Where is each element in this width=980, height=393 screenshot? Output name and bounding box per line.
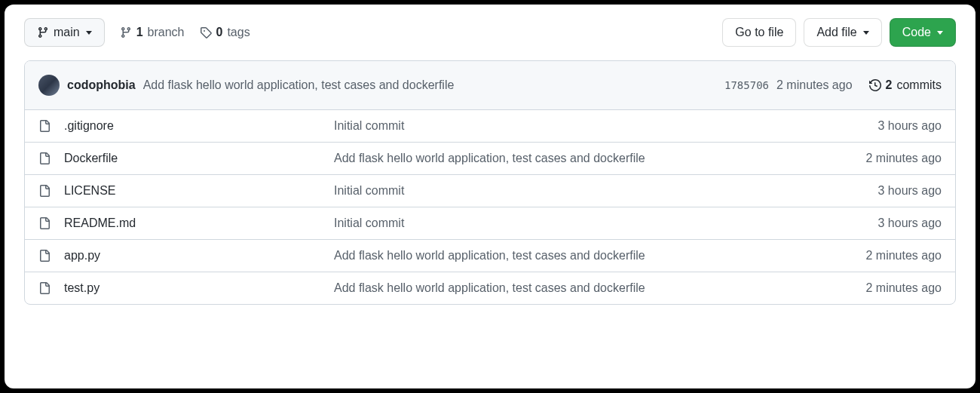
code-label: Code (902, 24, 931, 41)
commit-author-link[interactable]: codophobia (67, 78, 136, 92)
file-time: 3 hours ago (877, 216, 942, 230)
caret-down-icon (86, 31, 92, 35)
file-time: 2 minutes ago (865, 152, 942, 165)
file-row: DockerfileAdd flask hello world applicat… (25, 143, 955, 175)
caret-down-icon (937, 31, 943, 35)
file-commit-link[interactable]: Initial commit (334, 119, 864, 133)
file-icon (38, 282, 51, 294)
branch-label: branch (148, 26, 185, 39)
tag-label: tags (227, 26, 250, 39)
tag-icon (200, 26, 212, 38)
go-to-file-button[interactable]: Go to file (722, 18, 796, 47)
file-row: README.mdInitial commit3 hours ago (25, 207, 955, 240)
commit-sha-link[interactable]: 1785706 (724, 79, 769, 91)
file-commit-link[interactable]: Initial commit (334, 216, 864, 230)
repo-file-browser: main 1 branch 0 tags Go to file (5, 5, 975, 388)
git-branch-icon (37, 26, 49, 38)
tags-link[interactable]: 0 tags (200, 26, 250, 39)
file-commit-link[interactable]: Initial commit (334, 184, 864, 198)
file-name-link[interactable]: test.py (64, 281, 320, 295)
latest-commit-bar: codophobia Add flask hello world applica… (25, 61, 955, 110)
file-rows: .gitignoreInitial commit3 hours agoDocke… (25, 110, 955, 304)
add-file-label: Add file (816, 24, 856, 41)
toolbar-left: main 1 branch 0 tags (24, 18, 707, 47)
history-icon (869, 79, 881, 91)
commits-link[interactable]: 2 commits (869, 78, 942, 92)
file-time: 2 minutes ago (865, 249, 942, 263)
git-branch-icon (120, 26, 132, 38)
commit-message-link[interactable]: Add flask hello world application, test … (143, 78, 455, 92)
file-icon (38, 185, 51, 197)
file-time: 3 hours ago (877, 184, 942, 198)
file-commit-link[interactable]: Add flask hello world application, test … (334, 249, 852, 263)
avatar[interactable] (38, 75, 60, 96)
file-name-link[interactable]: app.py (64, 249, 320, 263)
file-row: .gitignoreInitial commit3 hours ago (25, 110, 955, 143)
code-button[interactable]: Code (890, 18, 956, 47)
file-name-link[interactable]: .gitignore (64, 119, 320, 133)
file-time: 3 hours ago (877, 119, 942, 133)
file-time: 2 minutes ago (865, 281, 942, 295)
commit-time: 2 minutes ago (776, 78, 853, 92)
file-name-link[interactable]: README.md (64, 216, 320, 230)
file-row: LICENSEInitial commit3 hours ago (25, 175, 955, 207)
commit-count: 2 (886, 78, 893, 92)
toolbar-right: Go to file Add file Code (722, 18, 956, 47)
file-icon (38, 152, 51, 164)
go-to-file-label: Go to file (735, 24, 783, 41)
file-row: app.pyAdd flask hello world application,… (25, 240, 955, 272)
file-name-link[interactable]: LICENSE (64, 184, 320, 198)
commit-count-label: commits (896, 78, 942, 92)
file-row: test.pyAdd flask hello world application… (25, 272, 955, 304)
file-icon (38, 250, 51, 262)
branch-name: main (54, 24, 80, 41)
file-icon (38, 120, 51, 132)
file-icon (38, 217, 51, 229)
branches-link[interactable]: 1 branch (120, 26, 185, 39)
branch-select-button[interactable]: main (24, 18, 105, 47)
file-name-link[interactable]: Dockerfile (64, 152, 320, 165)
tag-count: 0 (216, 26, 223, 39)
branch-count: 1 (136, 26, 143, 39)
file-commit-link[interactable]: Add flask hello world application, test … (334, 281, 852, 295)
file-list-box: codophobia Add flask hello world applica… (24, 60, 956, 305)
repo-toolbar: main 1 branch 0 tags Go to file (24, 18, 956, 47)
add-file-button[interactable]: Add file (804, 18, 881, 47)
file-commit-link[interactable]: Add flask hello world application, test … (334, 152, 852, 165)
caret-down-icon (863, 31, 869, 35)
